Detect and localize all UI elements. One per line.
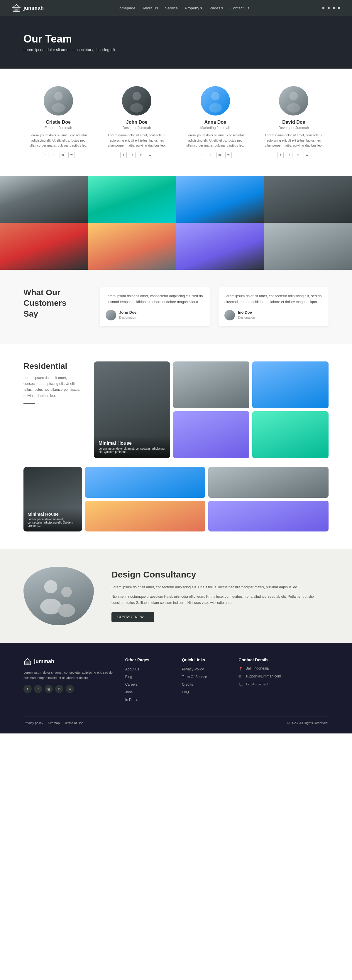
footer-social-facebook[interactable]: f <box>24 685 32 693</box>
team-card-3: David Doe Developer Jummah Lorem ipsum d… <box>259 86 329 158</box>
team-grid: Cristie Doe Founder Jummah Lorem ipsum d… <box>24 86 328 158</box>
nav-social-youtube[interactable]: ■ <box>338 6 340 10</box>
residential-featured-bg: Minimal House Lorem ipsum dolor sit amet… <box>94 361 170 458</box>
footer-terms-link[interactable]: Terms of Use <box>65 721 84 725</box>
residential-top: Residential Lorem ipsum dolor sit amet, … <box>24 361 328 458</box>
footer-social-whatsapp[interactable]: w <box>66 685 74 693</box>
location-icon: 📍 <box>239 667 243 671</box>
res-thumb-2 <box>252 361 328 408</box>
footer-social-instagram[interactable]: ig <box>45 685 53 693</box>
residential-grid: Minimal House Lorem ipsum dolor sit amet… <box>94 361 328 458</box>
testimonial-card-0: Lorem ipsum dolor sit amet, consectetur … <box>100 287 210 326</box>
svg-point-2 <box>54 92 62 100</box>
team-social-tw-0[interactable]: t <box>51 152 57 158</box>
team-role-2: Marketing Jummah <box>180 126 250 130</box>
footer-copyright: © 2023. All Rights Reserved. <box>287 721 328 725</box>
footer-sitemap-link[interactable]: Sitemap <box>48 721 59 725</box>
svg-point-12 <box>61 587 72 597</box>
team-card-1: John Doe Designer Jummah Lorem ipsum dol… <box>102 86 172 158</box>
footer-location-text: Bali, Indonesia <box>245 666 269 670</box>
team-social-tw-1[interactable]: t <box>129 152 135 158</box>
footer-logo: jummah <box>24 657 113 666</box>
team-social-wa-0[interactable]: w <box>68 152 75 158</box>
footer-other-pages-title: Other Pages <box>125 657 170 662</box>
testimonial-text-0: Lorem ipsum dolor sit amet, consectetur … <box>106 293 204 305</box>
team-social-fb-1[interactable]: f <box>120 152 127 158</box>
testimonial-author-1: Ino Doe Designation <box>225 310 323 320</box>
hero-banner: Our Team Lorem ipsum dolor sit amet, con… <box>0 16 352 68</box>
footer-link-careers[interactable]: Careers <box>125 682 138 687</box>
svg-point-8 <box>290 92 298 100</box>
res-bottom-desc: Lorem ipsum dolor sit amet, consectetur … <box>27 518 78 527</box>
team-social-wa-3[interactable]: w <box>304 152 310 158</box>
contact-now-button[interactable]: CONTACT NOW → <box>111 612 154 622</box>
footer-link-privacy[interactable]: Privacy Policy <box>182 667 204 671</box>
nav-menu: Homepage About Us Service Property ▾ Pag… <box>117 5 249 11</box>
residential-bottom: Minimal House Lorem ipsum dolor sit amet… <box>24 467 328 531</box>
footer-other-pages-list: About us Blog Careers Jobs In Press <box>125 666 170 702</box>
residential-desc: Lorem ipsum dolor sit amet, consectetur … <box>24 375 82 399</box>
svg-point-11 <box>40 598 61 614</box>
team-social-fb-3[interactable]: f <box>277 152 284 158</box>
team-social-tw-2[interactable]: t <box>208 152 214 158</box>
testimonial-avatar-0 <box>106 310 116 320</box>
nav-link-about[interactable]: About Us <box>142 6 158 10</box>
team-social-in-1[interactable]: in <box>138 152 144 158</box>
gallery-item-2 <box>88 176 176 223</box>
testimonial-avatar-1 <box>225 310 235 320</box>
consultancy-content: Design Consultancy Lorem ipsum dolor sit… <box>111 570 328 622</box>
gallery-item-1 <box>0 176 88 223</box>
footer-social-linkedin[interactable]: in <box>55 685 63 693</box>
nav-link-pages[interactable]: Pages ▾ <box>209 6 223 10</box>
nav-social-instagram[interactable]: ■ <box>327 6 330 10</box>
team-desc-3: Lorem ipsum dolor sit amet, consectetur … <box>259 133 329 148</box>
footer-quick-links-list: Privacy Policy Term Of Service Credits F… <box>182 666 227 694</box>
footer-social: f t ig in w <box>24 685 113 693</box>
res-thumb-4 <box>252 411 328 458</box>
phone-icon: 📞 <box>239 682 243 687</box>
nav-link-homepage[interactable]: Homepage <box>117 6 135 10</box>
footer-link-blog[interactable]: Blog <box>125 675 132 679</box>
property-gallery <box>0 176 352 270</box>
team-section: Cristie Doe Founder Jummah Lorem ipsum d… <box>0 68 352 176</box>
svg-point-9 <box>287 103 300 113</box>
footer-link-inpress[interactable]: In Press <box>125 698 138 702</box>
featured-desc: Lorem ipsum dolor sit amet, consectetur … <box>99 447 166 453</box>
team-social-in-2[interactable]: in <box>217 152 223 158</box>
footer-privacy-link[interactable]: Privacy policy <box>24 721 43 725</box>
team-social-tw-3[interactable]: t <box>286 152 293 158</box>
footer-link-about[interactable]: About us <box>125 667 139 671</box>
hero-subtitle: Lorem ipsum dolor sit amet, consectetur … <box>24 48 328 52</box>
testimonial-author-name-0: John Doe <box>119 310 136 315</box>
team-desc-2: Lorem ipsum dolor sit amet, consectetur … <box>180 133 250 148</box>
team-social-wa-2[interactable]: w <box>225 152 232 158</box>
team-social-wa-1[interactable]: w <box>147 152 153 158</box>
nav-link-property[interactable]: Property ▾ <box>185 6 202 10</box>
featured-title: Minimal House <box>99 441 166 446</box>
footer-social-twitter[interactable]: t <box>34 685 42 693</box>
footer-link-faq[interactable]: FAQ <box>182 690 189 694</box>
team-social-2: f t in w <box>180 152 250 158</box>
nav-social-twitter[interactable]: ■ <box>333 6 335 10</box>
team-avatar-2 <box>201 86 230 116</box>
footer-link-jobs[interactable]: Jobs <box>125 690 132 694</box>
team-social-fb-0[interactable]: f <box>42 152 48 158</box>
team-social-in-3[interactable]: in <box>295 152 301 158</box>
nav-social-facebook[interactable]: ■ <box>322 6 325 10</box>
footer-contact-email: ✉ support@jummah.com <box>239 674 328 679</box>
nav-link-contact[interactable]: Contact Us <box>230 6 249 10</box>
footer-link-credits[interactable]: Credits <box>182 682 193 687</box>
testimonial-card-1: Lorem ipsum dolor sit amet, consectetur … <box>218 287 328 326</box>
team-name-1: John Doe <box>102 119 172 125</box>
footer-quick-links-title: Quick Links <box>182 657 227 662</box>
nav-link-service[interactable]: Service <box>165 6 178 10</box>
footer-link-tos[interactable]: Term Of Service <box>182 675 207 679</box>
footer-quick-links: Quick Links Privacy Policy Term Of Servi… <box>182 657 227 705</box>
residential-section: Residential Lorem ipsum dolor sit amet, … <box>0 344 352 549</box>
testimonial-author-0: John Doe Designation <box>106 310 204 320</box>
team-social-fb-2[interactable]: f <box>199 152 205 158</box>
team-social-in-0[interactable]: in <box>59 152 66 158</box>
team-card-2: Anna Doe Marketing Jummah Lorem ipsum do… <box>180 86 250 158</box>
team-name-3: David Doe <box>259 119 329 125</box>
nav-logo[interactable]: jummah <box>12 3 44 13</box>
